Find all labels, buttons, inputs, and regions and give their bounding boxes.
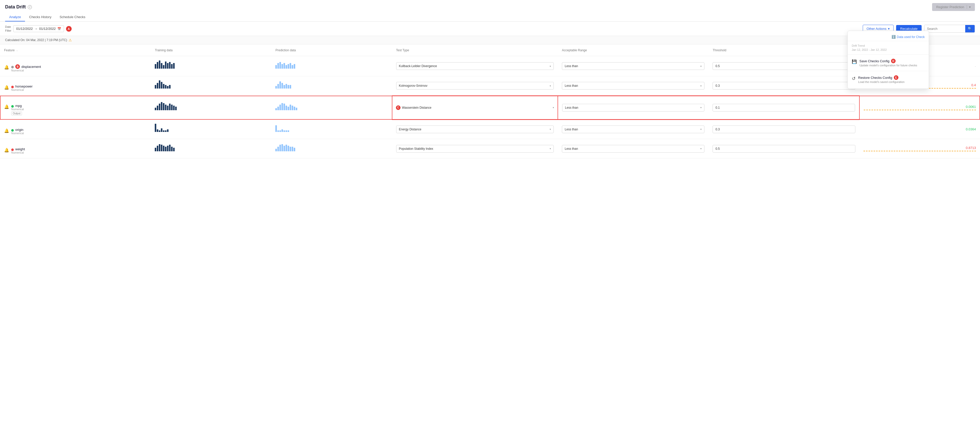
feature-cell-mpg: 🔔 mpg Numerical Output	[0, 96, 151, 120]
toolbar-left: Date Filter 01/12/2022 → 01/12/2022 📅 A	[5, 25, 72, 32]
drift-value-weight: 0.8713	[859, 139, 980, 158]
tab-analyze[interactable]: Analyze	[5, 13, 25, 21]
badge-c: C	[396, 105, 401, 110]
other-actions-dropdown: ℹ️ Data used for Check Drift Trend Jan 1…	[848, 30, 929, 89]
prediction-chart-mpg	[271, 96, 392, 120]
search-box: 🔍	[924, 25, 975, 33]
col-header-acceptable-range: Acceptable Range	[558, 45, 708, 56]
date-range-picker[interactable]: 01/12/2022 → 01/12/2022 📅	[13, 25, 64, 32]
save-checks-config-item[interactable]: 💾 Save Checks Config D Update model's co…	[848, 56, 929, 70]
chevron-down-icon: ▾	[550, 65, 551, 68]
range-select-origin[interactable]: Less than ▾	[562, 126, 705, 133]
threshold-cell-origin	[708, 120, 859, 139]
badge-d: D	[891, 59, 896, 63]
chevron-down-icon: ▾	[700, 106, 702, 109]
col-header-prediction: Prediction data	[271, 45, 392, 56]
threshold-input-horsepower[interactable]	[713, 82, 855, 90]
badge-e: E	[894, 75, 899, 80]
table-row: 🔔 horsepower Numerical	[0, 76, 980, 96]
chevron-down-icon: ▾	[700, 85, 702, 87]
register-prediction-button[interactable]: Register Prediction ▾	[932, 3, 975, 11]
training-chart-horsepower	[151, 76, 271, 96]
range-select-horsepower[interactable]: Less than ▾	[562, 82, 705, 90]
test-type-select-horsepower[interactable]: Kolmogorov-Smirnov ▾	[396, 82, 554, 90]
feature-cell-displacement: 🔔 B displacement Numerical	[0, 56, 151, 76]
range-select-displacement[interactable]: Less than ▾	[562, 62, 705, 70]
range-cell-weight: Less than ▾	[558, 139, 708, 158]
threshold-input-origin[interactable]	[713, 126, 855, 133]
search-button[interactable]: 🔍	[965, 25, 975, 32]
range-cell-displacement: Less than ▾	[558, 56, 708, 76]
threshold-input-mpg[interactable]	[713, 104, 855, 112]
page-title-row: Data Drift i Register Prediction ▾	[5, 3, 975, 11]
tab-checks-history[interactable]: Checks History	[25, 13, 55, 21]
range-cell-mpg: Less than ▾	[558, 96, 708, 120]
toolbar: Date Filter 01/12/2022 → 01/12/2022 📅 A …	[0, 22, 980, 36]
bell-icon[interactable]: 🔔	[4, 104, 9, 109]
restore-checks-config-item[interactable]: ↺ Restore Checks Config E Load the model…	[848, 72, 929, 86]
info-icon[interactable]: i	[28, 5, 32, 9]
bell-icon[interactable]: 🔔	[4, 85, 9, 90]
drift-value-mpg: 0.0061	[859, 96, 980, 120]
output-badge: Output	[11, 112, 22, 115]
chevron-down-icon: ▾	[967, 5, 971, 9]
page-title: Data Drift	[5, 4, 26, 10]
date-filter-label: Date Filter	[5, 25, 11, 32]
feature-cell-weight: 🔔 weight Numerical	[0, 139, 151, 158]
test-type-select-origin[interactable]: Energy Distance ▾	[396, 126, 554, 133]
tab-schedule-checks[interactable]: Schedule Checks	[56, 13, 89, 21]
status-dot-green	[11, 129, 14, 132]
col-header-threshold: Threshold	[708, 45, 859, 56]
page-wrapper: Data Drift i Register Prediction ▾ Analy…	[0, 0, 980, 422]
chevron-down-icon: ▾	[700, 65, 702, 68]
test-type-cell-weight: Population Stability Index ▾	[392, 139, 558, 158]
test-type-select-mpg[interactable]: Wasserstein Distance ▾	[402, 106, 554, 109]
test-type-cell-horsepower: Kolmogorov-Smirnov ▾	[392, 76, 558, 96]
test-type-select-weight[interactable]: Population Stability Index ▾	[396, 145, 554, 153]
threshold-cell-displacement	[708, 56, 859, 76]
bell-icon[interactable]: 🔔	[4, 128, 9, 133]
range-select-mpg[interactable]: Less than ▾	[562, 104, 705, 112]
chevron-down-icon: ▾	[700, 128, 702, 131]
prediction-chart-displacement	[271, 56, 392, 76]
main-content: Feature ↕ Training data Prediction data …	[0, 45, 980, 158]
prediction-chart-weight	[271, 139, 392, 158]
warning-icon: ⚠	[68, 38, 72, 42]
search-input[interactable]	[924, 25, 965, 32]
threshold-cell-horsepower	[708, 76, 859, 96]
status-dot-red	[11, 86, 14, 88]
range-select-weight[interactable]: Less than ▾	[562, 145, 705, 153]
threshold-input-displacement[interactable]	[713, 62, 855, 70]
status-dot-red	[11, 149, 14, 151]
prediction-chart-horsepower	[271, 76, 392, 96]
range-cell-origin: Less than ▾	[558, 120, 708, 139]
feature-cell-origin: 🔔 origin Numerical	[0, 120, 151, 139]
chevron-down-icon: ▾	[700, 147, 702, 150]
bell-icon[interactable]: 🔔	[4, 65, 9, 70]
calculated-bar: Calculated On: 04 Mar, 2022 | 7:19 PM (U…	[0, 36, 980, 45]
badge-b: B	[15, 64, 20, 69]
calendar-icon: 📅	[57, 27, 61, 30]
chevron-down-icon: ▾	[550, 85, 551, 87]
info-circle-icon: ℹ️	[891, 35, 896, 39]
data-used-for-check-link[interactable]: ℹ️ Data used for Check	[891, 35, 925, 39]
col-header-feature: Feature ↕	[0, 45, 151, 56]
table-row-mpg: 🔔 mpg Numerical Output	[0, 96, 980, 120]
status-dot	[11, 66, 14, 69]
badge-a: A	[66, 26, 72, 32]
table-header-row: Feature ↕ Training data Prediction data …	[0, 45, 980, 56]
test-type-cell-origin: Energy Distance ▾	[392, 120, 558, 139]
threshold-cell-weight	[708, 139, 859, 158]
test-type-select-displacement[interactable]: Kullback-Leibler Divergence ▾	[396, 62, 554, 70]
training-chart-weight	[151, 139, 271, 158]
training-chart-displacement	[151, 56, 271, 76]
threshold-cell-mpg	[708, 96, 859, 120]
table-row: 🔔 weight Numerical	[0, 139, 980, 158]
drift-value-origin: 0.0364	[859, 120, 980, 139]
training-chart-origin	[151, 120, 271, 139]
chevron-down-icon: ▾	[553, 106, 554, 109]
save-icon: 💾	[852, 59, 857, 64]
sort-icon[interactable]: ↕	[17, 50, 18, 52]
threshold-input-weight[interactable]	[713, 145, 855, 153]
bell-icon[interactable]: 🔔	[4, 148, 9, 153]
